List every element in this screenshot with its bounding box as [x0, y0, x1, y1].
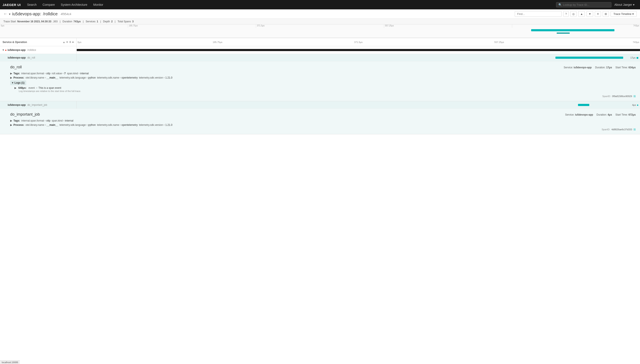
col-arrow-up[interactable]: ▲: [63, 41, 65, 44]
do-roll-span-id-label: SpanID:: [602, 95, 611, 98]
do-roll-process-label: Process:: [14, 76, 24, 79]
close-trace-button[interactable]: ✕: [595, 11, 601, 17]
do-roll-log-time: 648μs:: [18, 86, 27, 90]
about-chevron-icon: ▾: [633, 3, 634, 6]
do-roll-operation-name: do_roll: [28, 56, 35, 59]
header-tick-4: 743μs: [633, 41, 639, 44]
root-error-dot: ●: [5, 48, 7, 52]
col-arrow-down[interactable]: ▼: [66, 41, 68, 44]
do-roll-tags-label: Tags:: [14, 72, 20, 75]
span-row-do-important-job[interactable]: iu5devops-app do_important_job 4μs: [0, 101, 640, 109]
tick-3: 557.25μs: [384, 24, 512, 28]
total-spans-value: 3: [132, 20, 134, 23]
nav-item-system-architecture[interactable]: System Architecture: [58, 0, 90, 9]
do-roll-span-bar: [555, 56, 623, 59]
do-important-job-duration-meta: Duration: 4μs: [596, 113, 612, 116]
overview-bar-main: [531, 29, 614, 31]
overview-bar-small: [557, 32, 569, 34]
depth-value: 2: [111, 20, 113, 23]
do-important-job-span-id-row: SpanID: 4d8826ae6c37d333 ⛓: [10, 128, 636, 131]
do-roll-log-expand[interactable]: ▶: [15, 86, 17, 90]
trace-meta-bar: Trace Start November 16 2023, 04:30:33.3…: [0, 19, 640, 24]
do-roll-service-name: iu5devops-app: [8, 56, 26, 59]
do-important-job-span-id-label: SpanID:: [602, 128, 610, 131]
span-row-root[interactable]: ▾ ● iu5devops-app /rolldice: [0, 46, 640, 54]
services-label: Services: [86, 20, 95, 23]
do-important-job-service-meta: Service: iu5devops-app: [565, 113, 593, 116]
do-important-job-start-meta: Start Time: 672μs: [615, 113, 636, 116]
do-roll-copy-link-icon[interactable]: ⛓: [633, 95, 636, 98]
do-roll-process-expand[interactable]: ▶: [10, 76, 12, 79]
trace-id-badge: 4f954c4: [61, 12, 71, 16]
do-roll-duration: 17μs: [630, 56, 638, 59]
timeline-overview: 0μs 185.75μs 371.5μs 557.25μs 743μs: [0, 24, 640, 38]
do-roll-process-row: ▶ Process: otel.library.name=__main__ te…: [10, 76, 636, 79]
nav-item-search[interactable]: Search: [24, 0, 40, 9]
do-roll-log-entry: ▶ 648μs: event = This is a span event: [10, 85, 636, 90]
detail-panel-do-roll: do_roll Service: iu5devops-app Duration:…: [0, 62, 640, 101]
header-tick-2: 371.5μs: [354, 41, 362, 44]
do-important-job-process-row: ▶ Process: otel.library.name=__main__ te…: [10, 124, 636, 126]
about-jaeger-button[interactable]: About Jaeger ▾: [611, 0, 637, 9]
search-icon: 🔍: [558, 3, 562, 6]
trace-start-ms: .303: [53, 20, 58, 23]
back-button[interactable]: ←: [4, 12, 7, 16]
trace-id-search-box: 🔍: [556, 2, 611, 8]
do-roll-service-meta: Service: iu5devops-app: [564, 66, 592, 69]
do-roll-tags-expand[interactable]: ▶: [10, 72, 12, 75]
service-operation-header-label: Service & Operation: [3, 41, 27, 44]
detail-panel-do-important-job: do_important_job Service: iu5devops-app …: [0, 109, 640, 134]
do-roll-detail-title: do_roll: [10, 65, 22, 70]
tick-2: 371.5μs: [256, 24, 384, 28]
do-important-job-operation-name: do_important_job: [28, 104, 47, 106]
do-roll-span-id-value: 0f9a81586ce90929: [612, 95, 632, 98]
do-important-job-process-expand[interactable]: ▶: [10, 124, 12, 126]
duration-value: 743μs: [74, 20, 81, 23]
trace-find-input[interactable]: [515, 11, 562, 17]
do-roll-logs-expand-icon: ▾: [12, 81, 13, 84]
next-span-button[interactable]: ▼: [586, 11, 593, 17]
do-important-job-tags-label: Tags:: [14, 119, 20, 122]
span-column-header: Service & Operation ▲ ▼ ⇕ ⇔ 0μs 185.75μs…: [0, 38, 640, 46]
tick-4: 743μs: [512, 24, 640, 28]
do-roll-tags-row: ▶ Tags: internal.span.format=otlp roll.v…: [10, 72, 636, 75]
trace-header: ← ▾ iu5devops-app: /rolldice 4f954c4 ? ◎…: [0, 9, 640, 19]
col-arrow-expand[interactable]: ⇕: [69, 41, 71, 44]
nav-item-compare[interactable]: Compare: [40, 0, 58, 9]
tick-0: 0μs: [0, 24, 128, 28]
root-expand-icon[interactable]: ▾: [3, 48, 4, 52]
do-important-job-span-id-value: 4d8826ae6c37d333: [611, 128, 632, 131]
prev-span-button[interactable]: ▲: [578, 11, 585, 17]
do-roll-logs-header[interactable]: ▾ Logs (1): [10, 80, 26, 85]
span-row-do-roll[interactable]: iu5devops-app do_roll 17μs: [0, 54, 640, 62]
services-value: 1: [97, 20, 98, 23]
do-important-job-copy-link-icon[interactable]: ⛓: [633, 128, 636, 131]
trace-find-box: [515, 11, 562, 17]
do-roll-logs-section: ▾ Logs (1) ▶ 648μs: event = This is a sp…: [10, 80, 636, 93]
help-button[interactable]: ?: [563, 11, 569, 17]
duration-label: Duration: [63, 20, 72, 23]
top-nav: JAEGER UI Search Compare System Architec…: [0, 0, 640, 9]
expand-button[interactable]: ▾: [9, 12, 11, 16]
timeline-view-button[interactable]: Trace Timeline ▾: [610, 11, 636, 17]
settings-button[interactable]: ⊞: [603, 11, 609, 17]
trace-service-name: iu5devops-app:: [12, 12, 41, 16]
do-important-job-service-name: iu5devops-app: [8, 104, 26, 106]
trace-start-value: November 16 2023, 04:30:33: [17, 20, 51, 23]
do-important-job-process-label: Process:: [14, 124, 24, 126]
trace-id-input[interactable]: [563, 3, 609, 6]
do-important-job-detail-title: do_important_job: [10, 112, 40, 117]
depth-label: Depth: [103, 20, 110, 23]
do-roll-span-id-row: SpanID: 0f9a81586ce90929 ⛓: [10, 95, 636, 98]
filter-button[interactable]: ◎: [570, 11, 576, 17]
total-spans-label: Total Spans: [118, 20, 131, 23]
do-important-job-duration: 4μs: [632, 104, 638, 106]
do-roll-duration-meta: Duration: 17μs: [595, 66, 612, 69]
header-tick-0: 0μs: [78, 41, 81, 44]
root-service-name: iu5devops-app: [8, 48, 26, 52]
nav-item-monitor[interactable]: Monitor: [90, 0, 106, 9]
do-roll-start-meta: Start Time: 634μs: [615, 66, 636, 69]
do-important-job-tags-expand[interactable]: ▶: [10, 119, 12, 122]
header-tick-3: 557.25μs: [494, 41, 504, 44]
col-arrow-collapse[interactable]: ⇔: [72, 41, 74, 44]
